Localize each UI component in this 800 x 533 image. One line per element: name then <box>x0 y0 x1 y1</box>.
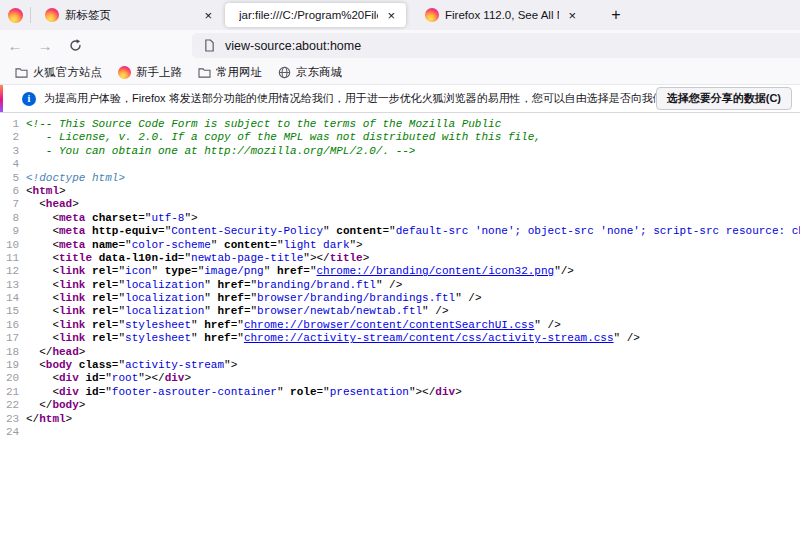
line-number: 6 <box>6 185 26 198</box>
source-token: =" <box>112 319 125 331</box>
source-token: <!-- This Source Code Form is subject to… <box>26 118 501 130</box>
source-token: > <box>59 185 66 197</box>
firefox-view-button[interactable] <box>0 0 30 30</box>
source-line: 9 <meta http-equiv="Content-Security-Pol… <box>0 225 800 238</box>
line-number: 22 <box>6 399 26 412</box>
source-token: > <box>363 252 370 264</box>
source-token: =" <box>270 239 283 251</box>
source-line-code <box>26 426 800 439</box>
source-line: 17 <link rel="stylesheet" href="chrome:/… <box>0 332 800 345</box>
source-token: > <box>66 413 73 425</box>
bookmark-folder-firefox-official[interactable]: 火狐官方站点 <box>8 63 109 82</box>
source-line-code: <html> <box>26 185 800 198</box>
tab-new-tab[interactable]: 新标签页 × <box>37 3 223 27</box>
source-token: =" <box>138 212 151 224</box>
close-icon[interactable]: × <box>384 8 398 23</box>
source-token: browser/newtab/newtab.ftl <box>257 305 422 317</box>
source-token: localization <box>125 279 204 291</box>
url-text: view-source:about:home <box>225 39 361 53</box>
source-token: " <box>151 265 164 277</box>
source-line-code: <title data-l10n-id="newtab-page-title">… <box>26 252 800 265</box>
line-number: 24 <box>6 426 26 439</box>
firefox-favicon-icon <box>45 8 59 22</box>
source-line: 20 <div id="root"></div> <box>0 372 800 385</box>
reload-button[interactable] <box>60 33 90 59</box>
source-token: href <box>204 332 230 344</box>
bookmark-label: 火狐官方站点 <box>33 65 102 80</box>
source-token: rel <box>92 292 112 304</box>
source-token: light dark <box>283 239 349 251</box>
page-icon <box>204 39 215 52</box>
line-number: 15 <box>6 305 26 318</box>
source-token: =" <box>99 386 112 398</box>
line-number: 18 <box>6 346 26 359</box>
source-token: " /> <box>422 305 448 317</box>
bookmark-getting-started[interactable]: 新手上路 <box>111 63 189 82</box>
source-token: head <box>46 198 72 210</box>
source-line-code <box>26 158 800 171</box>
source-token: id <box>85 372 98 384</box>
bookmark-label: 京东商城 <box>296 65 342 80</box>
tab-strip: 新标签页 × jar:file:///C:/Program%20Files/M … <box>0 0 800 30</box>
source-line-code: </head> <box>26 346 800 359</box>
source-token: =" <box>231 319 244 331</box>
bookmark-jd-mall[interactable]: 京东商城 <box>271 63 349 82</box>
source-link[interactable]: chrome://activity-stream/content/css/act… <box>244 332 614 344</box>
source-line: 2 - License, v. 2.0. If a copy of the MP… <box>0 131 800 144</box>
source-line-code: <div id="footer-asrouter-container" role… <box>26 386 800 399</box>
source-token: < <box>26 319 59 331</box>
source-token: content <box>224 239 270 251</box>
source-link[interactable]: chrome://browser/content/contentSearchUI… <box>244 319 534 331</box>
reload-icon <box>69 39 82 52</box>
source-line-code: <!doctype html> <box>26 172 800 185</box>
source-token: " /> <box>376 279 402 291</box>
source-token: name <box>92 239 118 251</box>
source-token: =" <box>112 279 125 291</box>
line-number: 2 <box>6 131 26 144</box>
source-token: " <box>204 292 217 304</box>
source-token: href <box>217 305 243 317</box>
source-token: charset <box>92 212 138 224</box>
source-token: branding/brand.ftl <box>257 279 376 291</box>
source-token: utf-8 <box>151 212 184 224</box>
source-token: link <box>59 279 85 291</box>
source-token: " /> <box>534 319 560 331</box>
line-number: 20 <box>6 372 26 385</box>
source-token: role <box>290 386 316 398</box>
source-token: link <box>59 332 85 344</box>
forward-button[interactable]: → <box>30 33 60 59</box>
source-token: < <box>26 239 59 251</box>
navigation-bar: ← → view-source:about:home <box>0 30 800 61</box>
new-tab-button[interactable]: + <box>604 3 628 27</box>
line-number: 13 <box>6 279 26 292</box>
source-token: "></ <box>138 372 164 384</box>
source-line: 13 <link rel="localization" href="brandi… <box>0 279 800 292</box>
source-token: "> <box>224 359 237 371</box>
tab-firefox-release-notes[interactable]: Firefox 112.0, See All New Fea × <box>417 3 587 27</box>
line-number: 9 <box>6 225 26 238</box>
source-token: stylesheet <box>125 319 191 331</box>
tab-title: Firefox 112.0, See All New Fea <box>445 9 559 21</box>
data-sharing-notification-bar: i 为提高用户体验，Firefox 将发送部分功能的使用情况给我们，用于进一步优… <box>0 85 800 113</box>
source-token: =" <box>244 279 257 291</box>
bookmark-folder-common-sites[interactable]: 常用网址 <box>191 63 269 82</box>
choose-shared-data-button[interactable]: 选择您要分享的数据(C) <box>656 87 792 110</box>
source-token: footer-asrouter-container <box>112 386 277 398</box>
source-line: 23</html> <box>0 413 800 426</box>
source-token: href <box>217 292 243 304</box>
source-token: "/> <box>554 265 574 277</box>
line-number: 8 <box>6 212 26 225</box>
close-icon[interactable]: × <box>565 8 579 23</box>
source-link[interactable]: chrome://branding/content/icon32.png <box>317 265 555 277</box>
address-bar[interactable]: view-source:about:home <box>192 33 800 58</box>
source-line: 19 <body class="activity-stream"> <box>0 359 800 372</box>
back-button[interactable]: ← <box>0 33 30 59</box>
source-token: meta <box>59 212 85 224</box>
line-number: 23 <box>6 413 26 426</box>
close-icon[interactable]: × <box>201 8 215 23</box>
source-line-code: <meta charset="utf-8"> <box>26 212 800 225</box>
tab-jar-file-active[interactable]: jar:file:///C:/Program%20Files/M × <box>225 3 406 27</box>
line-number: 7 <box>6 198 26 211</box>
source-token: icon <box>125 265 151 277</box>
source-token: </ <box>26 413 39 425</box>
